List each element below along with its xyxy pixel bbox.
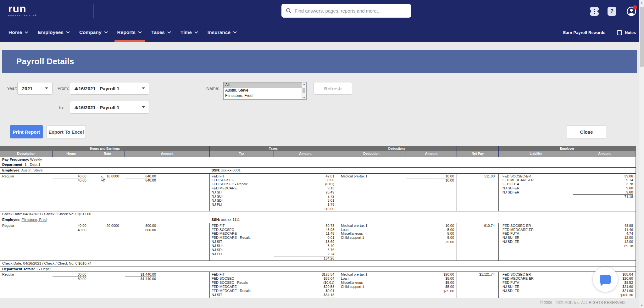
report-body: Pay Frequency: WeeklyDepartment: 1 - Dep… (0, 157, 636, 298)
chat-button[interactable] (593, 267, 618, 292)
notes-button[interactable]: Notes (617, 30, 636, 35)
from-value: 4/16/2021 - Payroll 1 (75, 86, 119, 91)
earning-description-cell: Regular (0, 272, 53, 298)
year-select[interactable]: 2021 (17, 82, 53, 95)
earn-payroll-rewards-link[interactable]: Earn Payroll Rewards (563, 31, 606, 35)
tax-amount: 0.01 (274, 236, 335, 240)
tax-amount: $0.01 (274, 289, 335, 293)
employer-total: 71.18 (573, 194, 633, 199)
employer-amount: 3.78 (573, 182, 633, 186)
name-option[interactable]: All (224, 82, 302, 88)
employee-name-link[interactable]: Flintstone, Fred (21, 218, 47, 221)
deductions-total: 10.00 (406, 178, 454, 182)
tax-amount-cell: $123.54$88.04($0.01)$20.58$0.01$34.18$6.… (274, 272, 337, 298)
employee-header-row-cell: SSN: xxx-xx-1111 (210, 217, 636, 223)
tax-amount: $20.58 (274, 285, 335, 289)
earning-description-cell: Regular (0, 173, 53, 211)
close-button[interactable]: Close (567, 125, 606, 138)
scroll-thumb[interactable] (303, 88, 305, 93)
nav-item-home[interactable]: Home (3, 23, 32, 42)
listbox-scrollbar[interactable]: ▲ ▼ (302, 82, 306, 99)
scroll-up-icon[interactable]: ▲ (639, 1, 644, 4)
report-data-block: Regular40.0040.0016.0000640.00640.00FED … (0, 173, 636, 211)
tax-name: NJ SUI (212, 244, 274, 248)
employee-name-link[interactable]: Austin, Steve (21, 168, 43, 172)
refresh-button[interactable]: Refresh (314, 82, 352, 95)
name-option[interactable]: Flintstone, Fred (224, 93, 302, 98)
tax-name-cell: FED FITFED SOCSECFED SOCSEC - RecalcFED … (210, 272, 274, 298)
scroll-down-icon[interactable]: ▼ (639, 304, 644, 307)
deduction-amount-cell: $20.00$5.00$5.00$5.00$35.00 (406, 272, 457, 298)
liability-name: FED FUTA (502, 182, 573, 186)
nav-item-company[interactable]: Company (74, 23, 112, 42)
hours-cell: 80.0080.00 (53, 272, 90, 298)
column-header-rate: Rate (90, 151, 125, 157)
tax-name: NJ SIT (212, 293, 274, 297)
ticket-notch (589, 10, 591, 13)
search-input[interactable] (295, 8, 407, 14)
tax-amount: $6.12 (274, 297, 335, 298)
employee-name-listbox[interactable]: AllAustin, SteveFlintstone, Fred ▲ ▼ (223, 82, 307, 100)
tax-name: FED SOCSEC - Recalc (212, 281, 274, 285)
nav-item-taxes[interactable]: Taxes (146, 23, 175, 42)
deduction-name: Child support 1 (341, 285, 406, 289)
liability-name: FED MEDCARE-ER (502, 277, 573, 281)
strip-value: Weekly (29, 158, 42, 161)
strip-label: Employee: (2, 168, 20, 172)
department-totals-row: Department Totals: 1 - Dept 1 (0, 266, 636, 272)
nav-item-reports[interactable]: Reports (112, 23, 146, 42)
print-report-button[interactable]: Print Report (10, 125, 43, 138)
deduction-amount: 5.00 (406, 236, 454, 240)
scroll-down-icon[interactable]: ▼ (302, 96, 306, 99)
earning-amount: 640.00 (125, 174, 156, 178)
to-payroll-select[interactable]: 4/16/2021 - Payroll 1 (70, 101, 149, 114)
help-icon[interactable]: ? (608, 7, 616, 16)
chevron-down-icon (138, 30, 142, 33)
tax-amount: $34.18 (274, 293, 335, 297)
tax-amount: $88.04 (274, 277, 335, 281)
employer-amount: 9.60 (573, 190, 633, 194)
ticket-notch (597, 10, 600, 13)
employee-header-row-cell: Employee: Austin, Steve (0, 167, 210, 173)
strip-label: Department: (2, 163, 24, 166)
nav-item-employees[interactable]: Employees (32, 23, 74, 42)
from-payroll-select[interactable]: 4/16/2021 - Payroll 1 (70, 82, 149, 95)
chevron-down-icon (25, 30, 28, 33)
scroll-up-icon[interactable]: ▲ (302, 83, 306, 86)
report-column-header-row: DescriptionHoursRateAmountTaxAmountDeduc… (0, 151, 636, 157)
deduction-name: Medical pre-tax 1 (341, 224, 406, 228)
deduction-name: Miscellaneous (341, 281, 406, 285)
tax-name: FED MEDCARE (212, 232, 274, 236)
hours-value: 80.00 (53, 272, 86, 277)
column-header-amount: Amount (274, 151, 337, 157)
employer-amount: 39.06 (573, 174, 633, 178)
export-to-excel-button[interactable]: Export To Excel (47, 125, 86, 138)
deduction-name: Medical pre-tax 1 (341, 272, 406, 277)
tax-amount: 2.72 (274, 194, 335, 199)
rate-value: 16.0000 (90, 174, 119, 178)
employer-amount: 12.00 (573, 240, 633, 244)
rewards-icon[interactable] (590, 7, 599, 16)
to-label: to: (59, 105, 64, 110)
hours-total: 40.00 (53, 228, 86, 232)
column-header-amount: Amount (406, 151, 457, 157)
tax-amount: 3.40 (274, 244, 335, 248)
net-pay-cell: $1,121.74 (457, 272, 499, 298)
check-date-row: Check Date: 04/16/2021 / Check / Check N… (0, 211, 636, 217)
deduction-name: Child support 1 (341, 236, 406, 240)
account-icon[interactable] (626, 6, 636, 16)
page-scrollbar[interactable]: ▲ ▼ (639, 0, 644, 308)
tax-name: NJ SIT (212, 240, 274, 244)
deduction-name: Loan (341, 228, 406, 232)
payroll-report: Hours and EarningsTaxesDeductionsEmploye… (0, 146, 636, 298)
column-header-amount: Amount (573, 151, 636, 157)
tax-name: NJ SIT (212, 190, 274, 194)
global-search[interactable] (281, 4, 411, 18)
nav-item-time[interactable]: Time (175, 23, 202, 42)
name-option[interactable]: Austin, Steve (224, 88, 302, 93)
earning-description: Regular (2, 272, 53, 277)
nav-item-insurance[interactable]: Insurance (202, 23, 241, 42)
chevron-down-icon (104, 30, 108, 33)
chat-bubble-icon (600, 275, 611, 284)
scroll-thumb[interactable] (640, 7, 644, 67)
